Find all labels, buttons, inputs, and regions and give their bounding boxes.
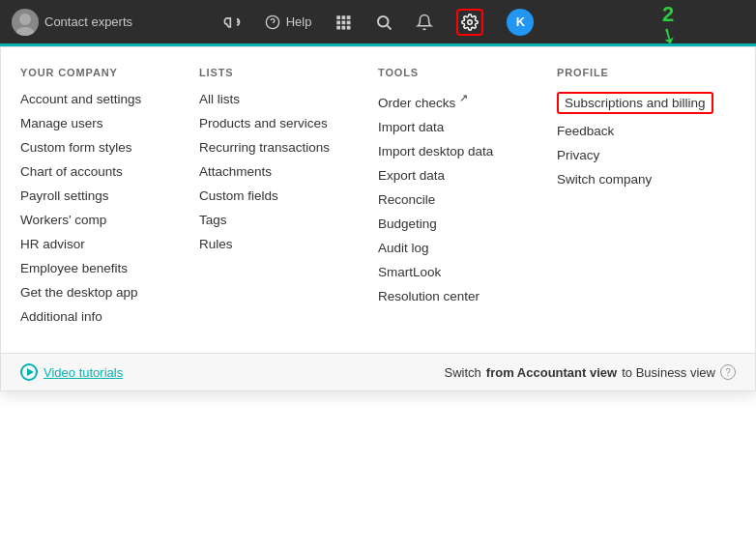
svg-rect-4 bbox=[342, 15, 346, 19]
custom-form-styles-link[interactable]: Custom form styles bbox=[20, 140, 199, 155]
play-triangle bbox=[27, 368, 34, 376]
privacy-link[interactable]: Privacy bbox=[557, 148, 736, 162]
avatar[interactable] bbox=[12, 9, 39, 36]
svg-rect-11 bbox=[347, 25, 351, 29]
subscriptions-and-billing-link[interactable]: Subscriptions and billing bbox=[557, 92, 713, 114]
annotation: 2 ➘ bbox=[659, 4, 677, 46]
products-and-services-link[interactable]: Products and services bbox=[199, 116, 378, 130]
tools-header: TOOLS bbox=[378, 67, 557, 78]
svg-rect-9 bbox=[337, 25, 341, 29]
video-tutorials-link[interactable]: Video tutorials bbox=[20, 363, 123, 381]
user-avatar[interactable]: K bbox=[507, 9, 534, 36]
help-label: Help bbox=[286, 14, 312, 29]
reconcile-link[interactable]: Reconcile bbox=[378, 192, 557, 207]
export-data-link[interactable]: Export data bbox=[378, 168, 557, 183]
gear-icon[interactable] bbox=[456, 9, 483, 36]
get-desktop-app-link[interactable]: Get the desktop app bbox=[20, 285, 199, 300]
your-company-header: YOUR COMPANY bbox=[20, 67, 199, 78]
lists-header: LISTS bbox=[199, 67, 378, 78]
switch-pre: Switch bbox=[445, 365, 481, 380]
profile-header: PROFILE bbox=[557, 67, 736, 78]
custom-fields-link[interactable]: Custom fields bbox=[199, 188, 378, 203]
resolution-center-link[interactable]: Resolution center bbox=[378, 289, 557, 303]
rules-link[interactable]: Rules bbox=[199, 237, 378, 251]
recurring-transactions-link[interactable]: Recurring transactions bbox=[199, 140, 378, 155]
import-data-link[interactable]: Import data bbox=[378, 120, 557, 134]
column-lists: LISTS All lists Products and services Re… bbox=[199, 67, 378, 333]
additional-info-link[interactable]: Additional info bbox=[20, 309, 199, 324]
chart-of-accounts-link[interactable]: Chart of accounts bbox=[20, 164, 199, 179]
svg-rect-8 bbox=[347, 20, 351, 24]
video-tutorials-label: Video tutorials bbox=[44, 365, 123, 380]
grid-icon[interactable] bbox=[334, 14, 352, 31]
feedback-link[interactable]: Feedback bbox=[557, 124, 736, 138]
svg-rect-10 bbox=[342, 25, 346, 29]
help-icon[interactable]: ? bbox=[720, 364, 736, 380]
audit-log-link[interactable]: Audit log bbox=[378, 241, 557, 255]
budgeting-link[interactable]: Budgeting bbox=[378, 216, 557, 231]
hr-advisor-link[interactable]: HR advisor bbox=[20, 237, 199, 251]
columns-row: YOUR COMPANY Account and settings Manage… bbox=[1, 67, 755, 353]
help-link[interactable]: Help bbox=[265, 14, 312, 30]
play-icon bbox=[20, 363, 38, 381]
column-your-company: YOUR COMPANY Account and settings Manage… bbox=[20, 67, 199, 333]
manage-users-link[interactable]: Manage users bbox=[20, 116, 199, 130]
import-desktop-data-link[interactable]: Import desktop data bbox=[378, 144, 557, 159]
svg-rect-6 bbox=[337, 20, 341, 24]
footer: Video tutorials Switch from Accountant v… bbox=[1, 354, 755, 390]
settings-dropdown: YOUR COMPANY Account and settings Manage… bbox=[0, 46, 756, 391]
topbar: Contact experts Help K 2 ➘ bbox=[0, 0, 756, 46]
tags-link[interactable]: Tags bbox=[199, 213, 378, 227]
arrow-icon: ➘ bbox=[655, 22, 682, 49]
contact-experts-link[interactable]: Contact experts bbox=[44, 14, 132, 29]
megaphone-icon[interactable] bbox=[222, 13, 242, 32]
bell-icon[interactable] bbox=[416, 14, 433, 31]
order-checks-link[interactable]: Order checks ↗ bbox=[378, 92, 557, 110]
svg-rect-3 bbox=[337, 15, 341, 19]
all-lists-link[interactable]: All lists bbox=[199, 92, 378, 106]
topbar-left: Contact experts bbox=[12, 9, 132, 36]
external-link-icon: ↗ bbox=[459, 92, 468, 103]
svg-rect-7 bbox=[342, 20, 346, 24]
svg-point-0 bbox=[19, 14, 31, 25]
switch-company-link[interactable]: Switch company bbox=[557, 172, 736, 187]
search-icon[interactable] bbox=[375, 14, 393, 31]
switch-bold: from Accountant view bbox=[486, 365, 617, 380]
switch-mid: to Business view bbox=[622, 365, 715, 380]
switch-view-text[interactable]: Switch from Accountant view to Business … bbox=[445, 364, 736, 380]
svg-point-14 bbox=[468, 19, 473, 24]
workers-comp-link[interactable]: Workers' comp bbox=[20, 213, 199, 227]
svg-point-1 bbox=[15, 27, 35, 36]
column-profile: PROFILE Subscriptions and billing Feedba… bbox=[557, 67, 736, 333]
topbar-center: Help K bbox=[222, 9, 535, 36]
smartlook-link[interactable]: SmartLook bbox=[378, 265, 557, 279]
column-tools: TOOLS Order checks ↗ Import data Import … bbox=[378, 67, 557, 333]
svg-point-12 bbox=[378, 16, 389, 27]
account-and-settings-link[interactable]: Account and settings bbox=[20, 92, 199, 106]
attachments-link[interactable]: Attachments bbox=[199, 164, 378, 179]
payroll-settings-link[interactable]: Payroll settings bbox=[20, 188, 199, 203]
svg-line-13 bbox=[388, 25, 392, 29]
svg-rect-5 bbox=[347, 15, 351, 19]
employee-benefits-link[interactable]: Employee benefits bbox=[20, 261, 199, 275]
